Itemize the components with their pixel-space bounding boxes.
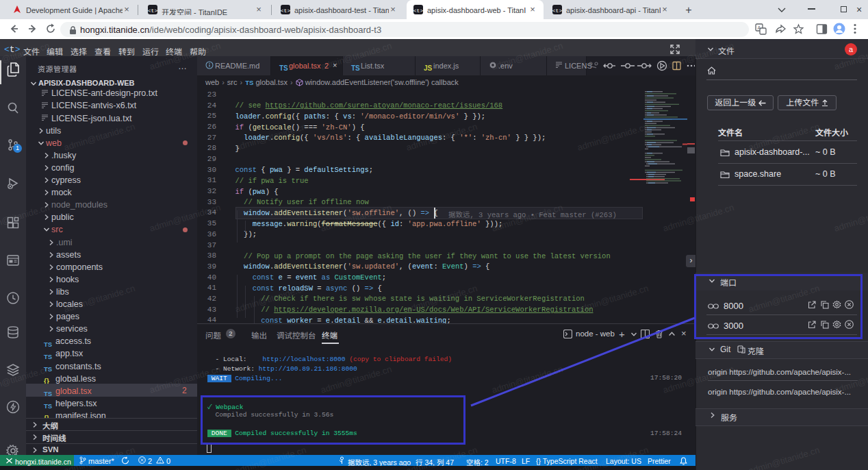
svg-text:<t>: <t> <box>148 8 157 14</box>
svg-text:<t>: <t> <box>281 8 290 14</box>
svg-text:A: A <box>757 25 761 30</box>
svg-text:<t>: <t> <box>552 8 562 14</box>
svg-text:<t>: <t> <box>413 8 423 14</box>
